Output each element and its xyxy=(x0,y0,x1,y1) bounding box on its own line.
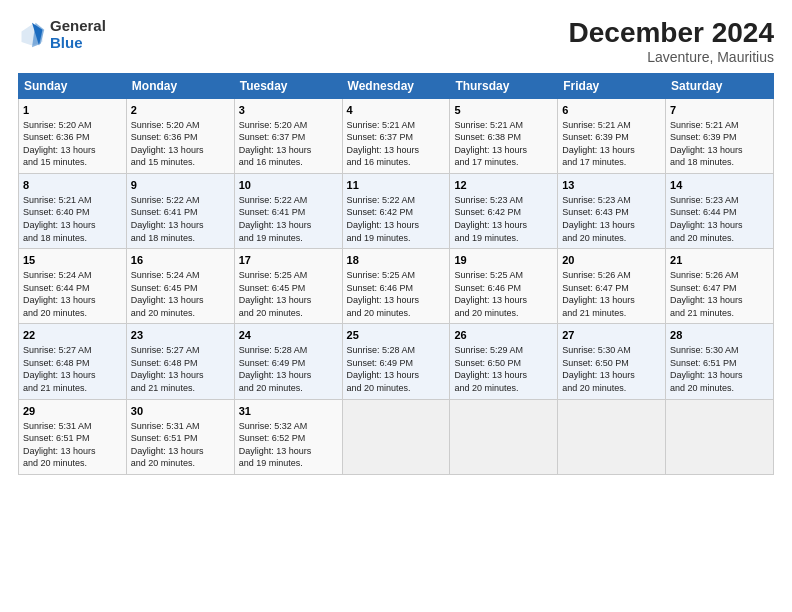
main-title: December 2024 xyxy=(569,18,774,49)
day-info: Sunrise: 5:22 AM Sunset: 6:41 PM Dayligh… xyxy=(131,194,230,244)
table-row xyxy=(666,399,774,474)
day-number: 14 xyxy=(670,178,769,193)
day-info: Sunrise: 5:20 AM Sunset: 6:36 PM Dayligh… xyxy=(23,119,122,169)
day-info: Sunrise: 5:21 AM Sunset: 6:38 PM Dayligh… xyxy=(454,119,553,169)
day-info: Sunrise: 5:31 AM Sunset: 6:51 PM Dayligh… xyxy=(23,420,122,470)
day-info: Sunrise: 5:21 AM Sunset: 6:40 PM Dayligh… xyxy=(23,194,122,244)
table-row: 1Sunrise: 5:20 AM Sunset: 6:36 PM Daylig… xyxy=(19,98,127,173)
table-row: 5Sunrise: 5:21 AM Sunset: 6:38 PM Daylig… xyxy=(450,98,558,173)
day-number: 23 xyxy=(131,328,230,343)
day-info: Sunrise: 5:22 AM Sunset: 6:42 PM Dayligh… xyxy=(347,194,446,244)
logo-blue: Blue xyxy=(50,35,106,52)
table-row: 15Sunrise: 5:24 AM Sunset: 6:44 PM Dayli… xyxy=(19,249,127,324)
day-number: 24 xyxy=(239,328,338,343)
table-row: 4Sunrise: 5:21 AM Sunset: 6:37 PM Daylig… xyxy=(342,98,450,173)
day-info: Sunrise: 5:28 AM Sunset: 6:49 PM Dayligh… xyxy=(239,344,338,394)
calendar: Sunday Monday Tuesday Wednesday Thursday… xyxy=(18,73,774,475)
calendar-week-1: 1Sunrise: 5:20 AM Sunset: 6:36 PM Daylig… xyxy=(19,98,774,173)
table-row: 20Sunrise: 5:26 AM Sunset: 6:47 PM Dayli… xyxy=(558,249,666,324)
table-row: 18Sunrise: 5:25 AM Sunset: 6:46 PM Dayli… xyxy=(342,249,450,324)
day-info: Sunrise: 5:27 AM Sunset: 6:48 PM Dayligh… xyxy=(23,344,122,394)
calendar-week-5: 29Sunrise: 5:31 AM Sunset: 6:51 PM Dayli… xyxy=(19,399,774,474)
day-info: Sunrise: 5:26 AM Sunset: 6:47 PM Dayligh… xyxy=(562,269,661,319)
day-info: Sunrise: 5:22 AM Sunset: 6:41 PM Dayligh… xyxy=(239,194,338,244)
day-number: 13 xyxy=(562,178,661,193)
table-row: 8Sunrise: 5:21 AM Sunset: 6:40 PM Daylig… xyxy=(19,174,127,249)
day-info: Sunrise: 5:29 AM Sunset: 6:50 PM Dayligh… xyxy=(454,344,553,394)
day-info: Sunrise: 5:21 AM Sunset: 6:39 PM Dayligh… xyxy=(670,119,769,169)
day-info: Sunrise: 5:27 AM Sunset: 6:48 PM Dayligh… xyxy=(131,344,230,394)
day-info: Sunrise: 5:23 AM Sunset: 6:42 PM Dayligh… xyxy=(454,194,553,244)
table-row: 2Sunrise: 5:20 AM Sunset: 6:36 PM Daylig… xyxy=(126,98,234,173)
day-number: 8 xyxy=(23,178,122,193)
day-info: Sunrise: 5:20 AM Sunset: 6:36 PM Dayligh… xyxy=(131,119,230,169)
day-number: 3 xyxy=(239,103,338,118)
day-number: 4 xyxy=(347,103,446,118)
table-row: 3Sunrise: 5:20 AM Sunset: 6:37 PM Daylig… xyxy=(234,98,342,173)
table-row xyxy=(342,399,450,474)
table-row: 30Sunrise: 5:31 AM Sunset: 6:51 PM Dayli… xyxy=(126,399,234,474)
day-info: Sunrise: 5:20 AM Sunset: 6:37 PM Dayligh… xyxy=(239,119,338,169)
day-info: Sunrise: 5:24 AM Sunset: 6:44 PM Dayligh… xyxy=(23,269,122,319)
calendar-week-3: 15Sunrise: 5:24 AM Sunset: 6:44 PM Dayli… xyxy=(19,249,774,324)
day-info: Sunrise: 5:32 AM Sunset: 6:52 PM Dayligh… xyxy=(239,420,338,470)
logo: General Blue xyxy=(18,18,106,51)
col-wednesday: Wednesday xyxy=(342,73,450,98)
day-number: 20 xyxy=(562,253,661,268)
day-info: Sunrise: 5:24 AM Sunset: 6:45 PM Dayligh… xyxy=(131,269,230,319)
day-number: 25 xyxy=(347,328,446,343)
table-row: 10Sunrise: 5:22 AM Sunset: 6:41 PM Dayli… xyxy=(234,174,342,249)
day-number: 5 xyxy=(454,103,553,118)
table-row: 9Sunrise: 5:22 AM Sunset: 6:41 PM Daylig… xyxy=(126,174,234,249)
logo-icon xyxy=(18,21,46,49)
table-row: 13Sunrise: 5:23 AM Sunset: 6:43 PM Dayli… xyxy=(558,174,666,249)
page: General Blue December 2024 Laventure, Ma… xyxy=(0,0,792,612)
table-row: 31Sunrise: 5:32 AM Sunset: 6:52 PM Dayli… xyxy=(234,399,342,474)
day-number: 16 xyxy=(131,253,230,268)
day-info: Sunrise: 5:21 AM Sunset: 6:37 PM Dayligh… xyxy=(347,119,446,169)
day-number: 1 xyxy=(23,103,122,118)
day-number: 18 xyxy=(347,253,446,268)
day-number: 19 xyxy=(454,253,553,268)
day-info: Sunrise: 5:26 AM Sunset: 6:47 PM Dayligh… xyxy=(670,269,769,319)
day-number: 28 xyxy=(670,328,769,343)
table-row: 29Sunrise: 5:31 AM Sunset: 6:51 PM Dayli… xyxy=(19,399,127,474)
day-info: Sunrise: 5:30 AM Sunset: 6:51 PM Dayligh… xyxy=(670,344,769,394)
table-row: 24Sunrise: 5:28 AM Sunset: 6:49 PM Dayli… xyxy=(234,324,342,399)
table-row: 25Sunrise: 5:28 AM Sunset: 6:49 PM Dayli… xyxy=(342,324,450,399)
day-number: 26 xyxy=(454,328,553,343)
day-number: 11 xyxy=(347,178,446,193)
day-info: Sunrise: 5:23 AM Sunset: 6:43 PM Dayligh… xyxy=(562,194,661,244)
day-number: 10 xyxy=(239,178,338,193)
day-number: 30 xyxy=(131,404,230,419)
col-friday: Friday xyxy=(558,73,666,98)
col-saturday: Saturday xyxy=(666,73,774,98)
day-number: 27 xyxy=(562,328,661,343)
day-info: Sunrise: 5:30 AM Sunset: 6:50 PM Dayligh… xyxy=(562,344,661,394)
day-number: 2 xyxy=(131,103,230,118)
table-row: 19Sunrise: 5:25 AM Sunset: 6:46 PM Dayli… xyxy=(450,249,558,324)
table-row: 11Sunrise: 5:22 AM Sunset: 6:42 PM Dayli… xyxy=(342,174,450,249)
table-row: 14Sunrise: 5:23 AM Sunset: 6:44 PM Dayli… xyxy=(666,174,774,249)
header: General Blue December 2024 Laventure, Ma… xyxy=(18,18,774,65)
table-row xyxy=(450,399,558,474)
table-row: 21Sunrise: 5:26 AM Sunset: 6:47 PM Dayli… xyxy=(666,249,774,324)
day-number: 6 xyxy=(562,103,661,118)
table-row: 27Sunrise: 5:30 AM Sunset: 6:50 PM Dayli… xyxy=(558,324,666,399)
calendar-header-row: Sunday Monday Tuesday Wednesday Thursday… xyxy=(19,73,774,98)
table-row: 17Sunrise: 5:25 AM Sunset: 6:45 PM Dayli… xyxy=(234,249,342,324)
table-row: 12Sunrise: 5:23 AM Sunset: 6:42 PM Dayli… xyxy=(450,174,558,249)
table-row: 7Sunrise: 5:21 AM Sunset: 6:39 PM Daylig… xyxy=(666,98,774,173)
col-thursday: Thursday xyxy=(450,73,558,98)
day-info: Sunrise: 5:25 AM Sunset: 6:45 PM Dayligh… xyxy=(239,269,338,319)
col-sunday: Sunday xyxy=(19,73,127,98)
table-row: 23Sunrise: 5:27 AM Sunset: 6:48 PM Dayli… xyxy=(126,324,234,399)
day-number: 9 xyxy=(131,178,230,193)
table-row: 6Sunrise: 5:21 AM Sunset: 6:39 PM Daylig… xyxy=(558,98,666,173)
subtitle: Laventure, Mauritius xyxy=(569,49,774,65)
day-info: Sunrise: 5:21 AM Sunset: 6:39 PM Dayligh… xyxy=(562,119,661,169)
day-number: 29 xyxy=(23,404,122,419)
col-tuesday: Tuesday xyxy=(234,73,342,98)
day-info: Sunrise: 5:25 AM Sunset: 6:46 PM Dayligh… xyxy=(454,269,553,319)
table-row: 22Sunrise: 5:27 AM Sunset: 6:48 PM Dayli… xyxy=(19,324,127,399)
